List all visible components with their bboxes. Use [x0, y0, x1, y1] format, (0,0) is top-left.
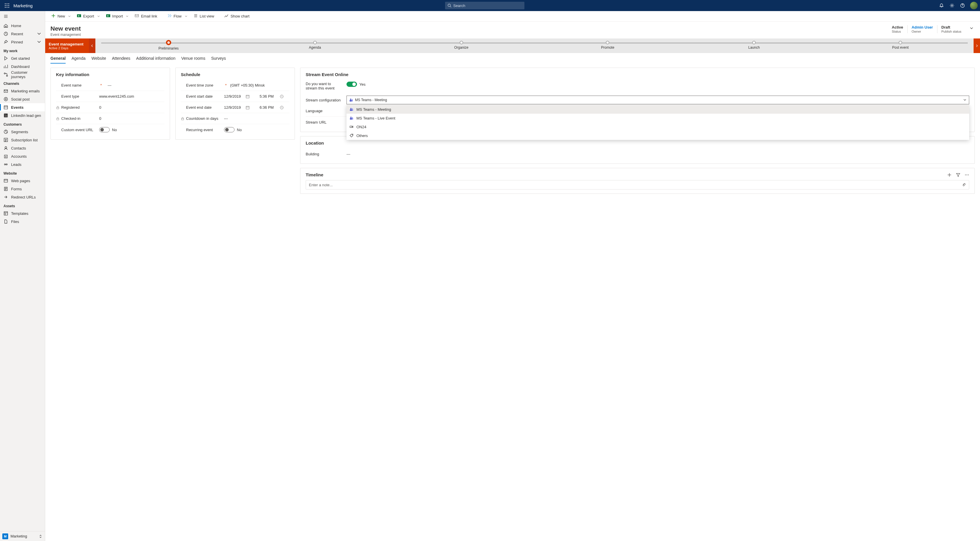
search-icon: [447, 3, 452, 8]
header-field-owner[interactable]: Admin User Owner: [907, 25, 937, 33]
sidebar-item-accounts[interactable]: Accounts: [0, 152, 45, 160]
cmd-import-split[interactable]: [126, 15, 129, 18]
sidebar-item-pinned[interactable]: Pinned: [0, 38, 45, 46]
cmd-new-split[interactable]: [68, 15, 71, 18]
teams-icon: [349, 98, 353, 102]
sidebar-item-templates[interactable]: Templates: [0, 209, 45, 217]
chevron-down-icon: [37, 40, 41, 44]
sidebar-item-web-pages[interactable]: Web pages: [0, 177, 45, 185]
cmd-flow-split[interactable]: [185, 15, 188, 18]
stream-config-select[interactable]: MS Teams - Meeting MS Teams - Meeting MS…: [347, 95, 969, 104]
schedule-section: Schedule Event time zone * (GMT +05:30) …: [175, 68, 295, 140]
process-current-stage[interactable]: Event management Active 2 Days: [45, 38, 89, 53]
lock-icon: [181, 117, 185, 121]
search-input[interactable]: Search: [445, 2, 524, 10]
event-name-field[interactable]: ---: [108, 83, 164, 87]
page-header: New event Event management Active Status…: [45, 22, 980, 38]
event-type-field[interactable]: www.event1245.com: [99, 94, 164, 98]
tab-venue-rooms[interactable]: Venue rooms: [181, 56, 205, 63]
timeline-note-input[interactable]: Enter a note...: [305, 180, 969, 189]
sidebar-item-events[interactable]: Events: [0, 103, 45, 111]
sidebar-item-dashboard[interactable]: Dashboard: [0, 62, 45, 71]
countdown-field: ---: [224, 116, 290, 121]
sidebar-group-title: My work: [0, 46, 45, 54]
location-section: Location Building ---: [300, 136, 975, 164]
chevron-down-icon: [963, 98, 967, 102]
sidebar-item-files[interactable]: Files: [0, 217, 45, 225]
sidebar-item-recent[interactable]: Recent: [0, 30, 45, 38]
cmd-flow[interactable]: Flow: [165, 12, 183, 20]
app-name: Marketing: [13, 3, 33, 8]
help-icon[interactable]: [958, 1, 967, 10]
cmd-show-chart[interactable]: Show chart: [222, 12, 251, 20]
page-title: New event: [51, 25, 888, 32]
cmd-new[interactable]: New: [49, 12, 67, 20]
sidebar-area-switcher[interactable]: M Marketing: [0, 531, 45, 541]
cmd-export[interactable]: Export: [75, 12, 96, 20]
sidebar-toggle-icon[interactable]: [0, 11, 45, 22]
tab-general[interactable]: General: [51, 56, 65, 63]
chevron-down-icon: [37, 32, 41, 36]
form-tabs: GeneralAgendaWebsiteAttendeesAdditional …: [45, 53, 980, 63]
custom-url-toggle[interactable]: No: [99, 127, 164, 132]
top-bar: Marketing Search: [0, 0, 980, 11]
sidebar-item-get-started[interactable]: Get started: [0, 54, 45, 62]
more-icon[interactable]: [964, 173, 969, 177]
stream-toggle[interactable]: Yes: [347, 82, 366, 87]
dropdown-option-ms-teams-meeting[interactable]: MS Teams - Meeting: [347, 105, 969, 114]
tab-agenda[interactable]: Agenda: [72, 56, 86, 63]
sidebar-item-marketing-emails[interactable]: Marketing emails: [0, 87, 45, 95]
dropdown-option-on24[interactable]: ON24: [347, 122, 969, 131]
sidebar-group-title: Assets: [0, 201, 45, 209]
start-date-field[interactable]: 12/9/2019 5:36 PM: [224, 94, 290, 98]
process-stage-promote[interactable]: Promote: [535, 38, 681, 53]
cmd-email-link[interactable]: Email link: [133, 12, 159, 20]
filter-icon[interactable]: [956, 173, 961, 177]
add-icon[interactable]: [947, 173, 952, 177]
end-date-field[interactable]: 12/9/2019 6:36 PM: [224, 105, 290, 109]
tab-website[interactable]: Website: [91, 56, 106, 63]
sidebar-item-customer-journeys[interactable]: Customer journeys: [0, 71, 45, 79]
settings-icon[interactable]: [947, 1, 957, 10]
checkedin-field: 0: [99, 116, 164, 121]
sidebar-item-linkedin-lead-gen[interactable]: LinkedIn lead gen: [0, 111, 45, 119]
cmd-list-view[interactable]: List view: [192, 12, 216, 20]
sidebar-item-contacts[interactable]: Contacts: [0, 144, 45, 152]
updown-icon: [38, 534, 43, 538]
recurring-toggle[interactable]: No: [224, 127, 290, 132]
tab-attendees[interactable]: Attendees: [112, 56, 130, 63]
cmd-export-split[interactable]: [97, 15, 100, 18]
lock-icon: [56, 117, 59, 121]
process-stage-organize[interactable]: Organize: [388, 38, 535, 53]
process-back-button[interactable]: [89, 38, 95, 53]
timeline-section: Timeline Enter a note...: [300, 168, 975, 194]
cmd-import[interactable]: Import: [104, 12, 125, 20]
process-stage-preliminaries[interactable]: Preliminaries: [95, 38, 242, 53]
header-expand-icon[interactable]: [968, 25, 975, 32]
sidebar-item-subscription-list[interactable]: Subscription list: [0, 136, 45, 144]
dropdown-option-ms-teams-live-event[interactable]: MS Teams - Live Event: [347, 114, 969, 122]
process-stage-post-event[interactable]: Post event: [827, 38, 974, 53]
sidebar-item-social-post[interactable]: Social post: [0, 95, 45, 103]
sidebar-item-segments[interactable]: Segments: [0, 128, 45, 136]
building-field[interactable]: ---: [347, 152, 969, 156]
dropdown-option-others[interactable]: Others: [347, 131, 969, 140]
clock-icon: [280, 94, 284, 98]
process-next-button[interactable]: [974, 38, 980, 53]
sidebar-item-redirect-urls[interactable]: Redirect URLs: [0, 193, 45, 201]
avatar[interactable]: [970, 2, 978, 10]
tab-additional-information[interactable]: Additional information: [136, 56, 176, 63]
header-field-publish-status[interactable]: Draft Publish status: [937, 25, 966, 33]
sidebar-group-title: Customers: [0, 119, 45, 128]
app-launcher-icon[interactable]: [2, 1, 12, 10]
header-field-status[interactable]: Active Status: [888, 25, 907, 33]
calendar-icon: [246, 106, 250, 109]
sidebar-item-leads[interactable]: Leads: [0, 160, 45, 168]
notifications-icon[interactable]: [937, 1, 946, 10]
process-stage-agenda[interactable]: Agenda: [242, 38, 388, 53]
tab-surveys[interactable]: Surveys: [211, 56, 226, 63]
timezone-field[interactable]: (GMT +05:30) Minsk: [230, 83, 290, 87]
sidebar-item-forms[interactable]: Forms: [0, 185, 45, 193]
process-stage-launch[interactable]: Launch: [681, 38, 827, 53]
sidebar-item-home[interactable]: Home: [0, 22, 45, 30]
